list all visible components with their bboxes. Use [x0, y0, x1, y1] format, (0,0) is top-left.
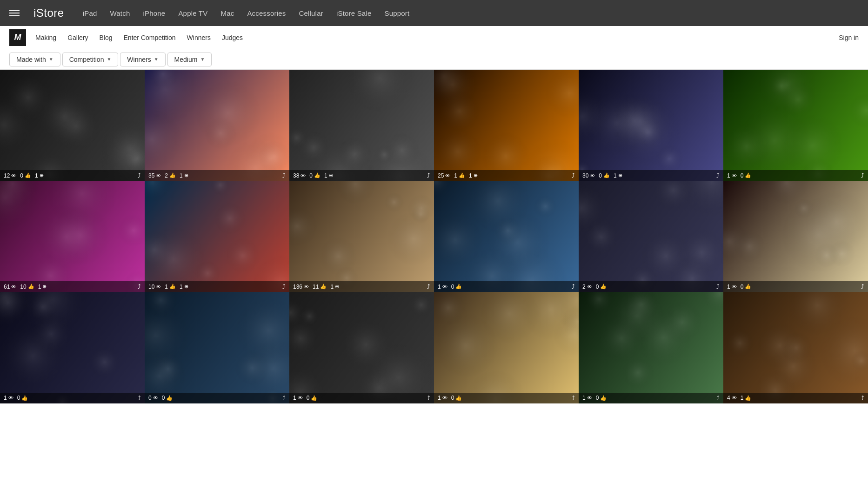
share-button[interactable]: ⤴: [138, 395, 141, 402]
like-count: 0👍: [741, 172, 752, 179]
photo-cell[interactable]: 1👁0👍⤴: [723, 70, 868, 181]
like-icon: 👍: [169, 284, 176, 290]
entry-icon: ⊕: [40, 172, 44, 178]
entry-count: 1⊕: [180, 284, 188, 290]
top-nav-link-cellular[interactable]: Cellular: [299, 9, 323, 17]
filter-bar: Made with▼Competition▼Winners▼Medium▼: [0, 49, 868, 70]
share-button[interactable]: ⤴: [572, 172, 575, 179]
photo-cell[interactable]: 1👁0👍⤴: [434, 292, 579, 403]
photo-cell[interactable]: 4👁1👍⤴: [723, 292, 868, 403]
photo-cell[interactable]: 136👁11👍1⊕⤴: [289, 181, 434, 292]
entry-count: 1⊕: [180, 172, 188, 179]
view-count: 1👁: [293, 395, 303, 401]
photo-cell[interactable]: 30👁0👍1⊕⤴: [579, 70, 723, 181]
eye-icon: 👁: [8, 395, 13, 401]
share-button[interactable]: ⤴: [427, 283, 430, 290]
like-count: 0👍: [307, 395, 318, 401]
filter-btn-competition[interactable]: Competition▼: [62, 53, 119, 66]
view-count: 1👁: [727, 172, 737, 179]
eye-icon: 👁: [11, 284, 16, 290]
sub-nav-link-enter-competition[interactable]: Enter Competition: [124, 34, 176, 41]
photo-stats-bar: 38👁0👍1⊕⤴: [289, 170, 434, 181]
chevron-down-icon: ▼: [49, 57, 53, 62]
like-count: 0👍: [599, 172, 610, 179]
entry-count: 1⊕: [469, 172, 478, 179]
photo-cell[interactable]: 1👁0👍⤴: [289, 292, 434, 403]
top-nav-link-apple-tv[interactable]: Apple TV: [178, 9, 207, 17]
sign-in-link[interactable]: Sign in: [839, 34, 859, 41]
sub-nav-link-blog[interactable]: Blog: [100, 34, 113, 41]
like-count: 0👍: [17, 395, 28, 401]
filter-btn-winners[interactable]: Winners▼: [120, 53, 165, 66]
view-count: 1👁: [4, 395, 13, 401]
top-nav-link-iphone[interactable]: iPhone: [143, 9, 165, 17]
photo-cell[interactable]: 10👁1👍1⊕⤴: [145, 181, 289, 292]
photo-stats-bar: 2👁0👍⤴: [579, 281, 723, 292]
share-button[interactable]: ⤴: [282, 395, 286, 402]
share-button[interactable]: ⤴: [716, 172, 720, 179]
share-button[interactable]: ⤴: [716, 395, 720, 402]
view-count: 10👁: [148, 284, 161, 290]
photo-cell[interactable]: 35👁2👍1⊕⤴: [145, 70, 289, 181]
photo-cell[interactable]: 25👁1👍1⊕⤴: [434, 70, 579, 181]
photo-cell[interactable]: 1👁0👍⤴: [723, 181, 868, 292]
photo-stats-bar: 136👁11👍1⊕⤴: [289, 281, 434, 292]
share-button[interactable]: ⤴: [427, 172, 430, 179]
share-button[interactable]: ⤴: [427, 395, 430, 402]
eye-icon: 👁: [442, 395, 447, 401]
top-nav-link-istore-sale[interactable]: iStore Sale: [336, 9, 372, 17]
photo-cell[interactable]: 1👁0👍⤴: [434, 181, 579, 292]
entry-icon: ⊕: [329, 172, 333, 178]
share-button[interactable]: ⤴: [572, 395, 575, 402]
share-button[interactable]: ⤴: [861, 395, 864, 402]
top-nav-link-watch[interactable]: Watch: [110, 9, 130, 17]
photo-cell[interactable]: 61👁10👍1⊕⤴: [0, 181, 145, 292]
share-button[interactable]: ⤴: [282, 283, 286, 290]
photo-cell[interactable]: 2👁0👍⤴: [579, 181, 723, 292]
chevron-down-icon: ▼: [107, 57, 111, 62]
filter-btn-medium[interactable]: Medium▼: [167, 53, 212, 66]
share-button[interactable]: ⤴: [138, 283, 141, 290]
like-icon: 👍: [745, 284, 751, 290]
top-nav-link-mac[interactable]: Mac: [220, 9, 234, 17]
share-button[interactable]: ⤴: [282, 172, 286, 179]
sub-nav-link-judges[interactable]: Judges: [222, 34, 243, 41]
sub-nav-link-gallery[interactable]: Gallery: [67, 34, 88, 41]
chevron-down-icon: ▼: [154, 57, 159, 62]
like-icon: 👍: [459, 172, 465, 178]
entry-icon: ⊕: [184, 172, 188, 178]
view-count: 2👁: [582, 284, 592, 290]
top-nav-link-ipad[interactable]: iPad: [83, 9, 97, 17]
like-count: 11👍: [313, 284, 327, 290]
share-button[interactable]: ⤴: [861, 283, 864, 290]
filter-btn-made-with[interactable]: Made with▼: [9, 53, 60, 66]
share-button[interactable]: ⤴: [861, 172, 864, 179]
top-nav-link-accessories[interactable]: Accessories: [247, 9, 286, 17]
sub-nav-link-making[interactable]: Making: [35, 34, 56, 41]
eye-icon: 👁: [156, 284, 161, 290]
like-count: 1👍: [454, 172, 465, 179]
logo[interactable]: iStore: [33, 7, 64, 20]
photo-cell[interactable]: 12👁0👍1⊕⤴: [0, 70, 145, 181]
share-button[interactable]: ⤴: [572, 283, 575, 290]
eye-icon: 👁: [587, 395, 592, 401]
like-count: 0👍: [309, 172, 320, 179]
view-count: 4👁: [727, 395, 737, 401]
like-icon: 👍: [169, 172, 176, 178]
photo-cell[interactable]: 1👁0👍⤴: [579, 292, 723, 403]
like-icon: 👍: [745, 172, 751, 178]
photo-cell[interactable]: 1👁0👍⤴: [0, 292, 145, 403]
photo-cell[interactable]: 0👁0👍⤴: [145, 292, 289, 403]
hamburger-menu[interactable]: [9, 10, 20, 16]
sub-nav-link-winners[interactable]: Winners: [187, 34, 211, 41]
photo-cell[interactable]: 38👁0👍1⊕⤴: [289, 70, 434, 181]
share-button[interactable]: ⤴: [716, 283, 720, 290]
top-nav-links: iPadWatchiPhoneApple TVMacAccessoriesCel…: [83, 9, 410, 17]
view-count: 136👁: [293, 284, 309, 290]
top-nav-link-support[interactable]: Support: [384, 9, 409, 17]
photo-stats-bar: 1👁0👍⤴: [434, 393, 579, 403]
share-button[interactable]: ⤴: [138, 172, 141, 179]
eye-icon: 👁: [442, 284, 447, 290]
photo-stats-bar: 4👁1👍⤴: [723, 393, 868, 403]
eye-icon: 👁: [732, 173, 737, 178]
